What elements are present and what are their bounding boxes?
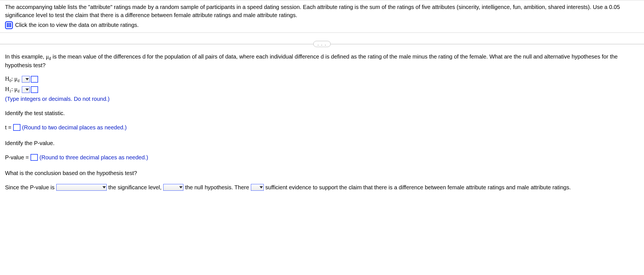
h0-operator-dropdown[interactable] xyxy=(22,76,30,83)
chevron-down-icon xyxy=(102,186,106,188)
problem-intro-text: The accompanying table lists the "attrib… xyxy=(5,3,639,19)
view-data-link-text[interactable]: Click the icon to view the data on attri… xyxy=(15,21,139,29)
identify-p-label: Identify the P-value. xyxy=(5,139,639,147)
h0-value-input[interactable] xyxy=(31,76,38,83)
identify-t-label: Identify the test statistic. xyxy=(5,109,639,117)
t-value-input[interactable] xyxy=(13,124,20,131)
question-body: In this example, μd is the mean value of… xyxy=(0,53,644,201)
t-hint: (Round to two decimal places as needed.) xyxy=(22,122,127,133)
h1-row: H1: μd xyxy=(5,85,639,94)
mu-d-definition: In this example, μd is the mean value of… xyxy=(5,53,639,69)
expand-pill[interactable]: . . . xyxy=(313,41,331,47)
view-data-icon[interactable] xyxy=(5,21,13,29)
p-input-row: P-value = (Round to three decimal places… xyxy=(5,152,639,163)
section-divider: . . . xyxy=(0,44,644,44)
chevron-down-icon xyxy=(260,186,263,188)
p-hint: (Round to three decimal places as needed… xyxy=(39,152,148,163)
p-value-input[interactable] xyxy=(31,154,38,161)
conclusion-sentence: Since the P-value is the significance le… xyxy=(5,182,639,193)
h1-operator-dropdown[interactable] xyxy=(22,86,30,93)
reject-fail-dropdown[interactable] xyxy=(163,184,183,191)
pvalue-compare-dropdown[interactable] xyxy=(56,184,107,191)
chevron-down-icon xyxy=(179,186,183,188)
h0-row: H0: μd xyxy=(5,74,639,84)
is-isnot-dropdown[interactable] xyxy=(251,184,264,191)
hypotheses-hint: (Type integers or decimals. Do not round… xyxy=(5,95,639,103)
t-input-row: t = (Round to two decimal places as need… xyxy=(5,122,639,133)
chevron-down-icon xyxy=(25,78,29,80)
conclusion-question: What is the conclusion based on the hypo… xyxy=(5,169,639,177)
problem-header: The accompanying table lists the "attrib… xyxy=(0,0,644,33)
table-grid-icon xyxy=(7,23,11,27)
h1-value-input[interactable] xyxy=(31,86,38,93)
chevron-down-icon xyxy=(25,88,29,91)
